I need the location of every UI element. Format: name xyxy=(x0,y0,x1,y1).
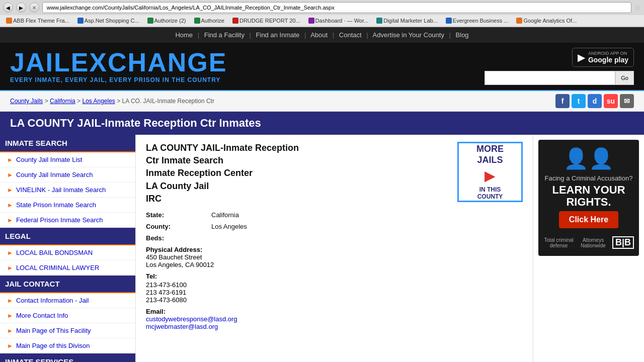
bookmark-digital[interactable]: Digital Marketer Lab... xyxy=(373,17,441,25)
social-icons: f t d su ✉ xyxy=(555,94,634,108)
page-title: LA COUNTY JAIL-Inmate Reception Ctr Inma… xyxy=(0,112,644,135)
bookmark-evergreen[interactable]: Evergreen Business ... xyxy=(443,17,512,25)
sidebar-criminal-lawyer[interactable]: ► LOCAL CRIMINAL LAWYER xyxy=(0,260,135,276)
app-label: ANDROID APP ON xyxy=(588,51,628,56)
right-panel: 👤👤 Facing a Criminal Accusation? LEARN Y… xyxy=(533,135,644,362)
arrow-icon: ► xyxy=(7,202,13,209)
nav-find-inmate[interactable]: Find an Inmate xyxy=(256,31,300,39)
site-header: JAILEXCHANGE EVERY INMATE, EVERY JAIL, E… xyxy=(0,43,644,90)
sidebar-label: Contact Information - Jail xyxy=(16,297,89,304)
bookmark-dashboard[interactable]: Dashboard · — Wor... xyxy=(305,17,372,25)
state-label: State: xyxy=(146,211,211,219)
search-button[interactable]: Go xyxy=(615,71,634,85)
inmate-services-header: INMATE SERVICES xyxy=(0,353,135,362)
arrow-icon: ► xyxy=(7,327,13,334)
sidebar-label: County Jail Inmate List xyxy=(16,156,83,163)
back-button[interactable]: ◀ xyxy=(3,3,13,13)
stumbleupon-icon[interactable]: su xyxy=(604,94,618,108)
search-input[interactable] xyxy=(485,71,615,85)
sidebar-bail-bondsman[interactable]: ► LOCAL BAIL BONDSMAN xyxy=(0,245,135,260)
tel-1: 213-473-6100 xyxy=(146,281,523,289)
address-line2: Los Angeles, CA 90012 xyxy=(146,261,523,268)
header-right: ▶ ANDROID APP ON Google play Go xyxy=(485,48,634,85)
ad-bottom-text1: Total criminal defense xyxy=(543,237,574,248)
tel-3: 213-473-6080 xyxy=(146,296,523,304)
arrow-icon: ► xyxy=(7,156,13,163)
arrow-icon: ► xyxy=(7,217,13,224)
nav-contact[interactable]: Contact xyxy=(339,31,362,39)
tel-block: Tel: 213-473-6100 213 473-6191 213-473-6… xyxy=(146,273,523,304)
nav-home[interactable]: Home xyxy=(175,31,193,39)
ad-line2: LEARN YOUR RIGHTS. xyxy=(543,184,634,208)
twitter-icon[interactable]: t xyxy=(572,94,586,108)
sidebar-federal-prison[interactable]: ► Federal Prison Inmate Search xyxy=(0,213,135,228)
url-bar[interactable] xyxy=(42,2,631,13)
sidebar-vinelink[interactable]: ► VINELINK - Jail Inmate Search xyxy=(0,183,135,198)
ad-logo: B|B xyxy=(612,236,634,249)
ad-people-icon: 👤👤 xyxy=(543,147,634,170)
forward-button[interactable]: ▶ xyxy=(16,3,26,13)
email-block: Email: custodywebresponse@lasd.org mcjwe… xyxy=(146,308,523,330)
store-name: Google play xyxy=(588,56,628,64)
county-value: Los Angeles xyxy=(211,223,247,230)
bookmark-abb[interactable]: ABB Flex Theme Fra... xyxy=(3,17,72,25)
bookmark-authorize2[interactable]: Authorize (2) xyxy=(144,17,189,25)
sidebar-state-prison[interactable]: ► State Prison Inmate Search xyxy=(0,198,135,213)
ad-click-button[interactable]: Click Here xyxy=(559,211,618,228)
sidebar-county-jail-list[interactable]: ► County Jail Inmate List xyxy=(0,152,135,167)
breadcrumb-los-angeles[interactable]: Los Angeles xyxy=(82,98,115,105)
bookmark-authorize[interactable]: Authorize xyxy=(191,17,227,25)
more-jails-line3: IN THISCOUNTY xyxy=(477,186,503,200)
county-row: County: Los Angeles xyxy=(146,223,523,230)
sidebar-more-contact[interactable]: ► More Contact Info xyxy=(0,308,135,323)
ad-bottom: Total criminal defense Attorneys Nationw… xyxy=(543,236,634,249)
email-1[interactable]: custodywebresponse@lasd.org xyxy=(146,315,237,323)
bookmark-analytics[interactable]: Google Analytics Of... xyxy=(513,17,580,25)
sidebar-label: VINELINK - Jail Inmate Search xyxy=(16,186,106,194)
main-content: INMATE SEARCH ► County Jail Inmate List … xyxy=(0,135,644,362)
more-jails-line1: MORE xyxy=(476,144,504,155)
arrow-icon: ► xyxy=(7,264,13,272)
sidebar-contact-info[interactable]: ► Contact Information - Jail xyxy=(0,293,135,308)
email-label: Email: xyxy=(146,308,166,315)
google-play-button[interactable]: ▶ ANDROID APP ON Google play xyxy=(572,48,634,67)
play-icon: ▶ xyxy=(578,51,585,63)
delicious-icon[interactable]: d xyxy=(588,94,602,108)
beds-row: Beds: xyxy=(146,234,523,242)
browser-chrome: ◀ ▶ ✕ ☆ ABB Flex Theme Fra... Asp.Net Sh… xyxy=(0,0,644,27)
sidebar-main-page-facility[interactable]: ► Main Page of This Facility xyxy=(0,323,135,338)
nav-blog[interactable]: Blog xyxy=(456,31,469,39)
nav-about[interactable]: About xyxy=(310,31,328,39)
more-jails-box[interactable]: MORE JAILS ▶ IN THISCOUNTY xyxy=(457,142,523,202)
sidebar-label: State Prison Inmate Search xyxy=(16,201,96,209)
email-icon[interactable]: ✉ xyxy=(620,94,634,108)
tel-label: Tel: xyxy=(146,273,157,280)
browser-toolbar: ◀ ▶ ✕ ☆ xyxy=(0,0,644,15)
play-triangle-icon: ▶ xyxy=(485,167,496,184)
breadcrumb-county-jails[interactable]: County Jails xyxy=(10,98,43,105)
sidebar-label: Main Page of This Facility xyxy=(16,327,91,334)
reload-button[interactable]: ✕ xyxy=(29,3,39,13)
sidebar-main-page-division[interactable]: ► Main Page of this Divison xyxy=(0,338,135,353)
bookmarks-bar: ABB Flex Theme Fra... Asp.Net Shopping C… xyxy=(0,15,644,27)
site-nav-bar: Home | Find a Facility | Find an Inmate … xyxy=(0,27,644,43)
bookmark-star[interactable]: ☆ xyxy=(634,4,641,12)
breadcrumb-california[interactable]: California xyxy=(50,98,75,105)
bookmark-drudge[interactable]: DRUDGE REPORT 20... xyxy=(229,17,303,25)
nav-find-facility[interactable]: Find a Facility xyxy=(204,31,245,39)
sidebar-label: LOCAL CRIMINAL LAWYER xyxy=(16,264,99,272)
sidebar-label: More Contact Info xyxy=(16,312,68,319)
search-bar: Go xyxy=(485,71,634,85)
sidebar-county-jail-search[interactable]: ► County Jail Inmate Search xyxy=(0,167,135,183)
tel-numbers: 213-473-6100 213 473-6191 213-473-6080 xyxy=(146,281,523,304)
logo-text: JAILEXCHANGE xyxy=(10,49,227,75)
nav-advertise[interactable]: Advertise in Your County xyxy=(373,31,444,39)
logo: JAILEXCHANGE EVERY INMATE, EVERY JAIL, E… xyxy=(10,49,227,83)
bookmark-asp[interactable]: Asp.Net Shopping C... xyxy=(74,17,142,25)
ad-bottom-text2: Attorneys Nationwide xyxy=(578,237,608,248)
email-2[interactable]: mcjwebmaster@lasd.org xyxy=(146,323,218,330)
arrow-icon: ► xyxy=(7,312,13,319)
ad-box: 👤👤 Facing a Criminal Accusation? LEARN Y… xyxy=(538,140,639,256)
arrow-icon: ► xyxy=(7,187,13,194)
facebook-icon[interactable]: f xyxy=(555,94,570,108)
